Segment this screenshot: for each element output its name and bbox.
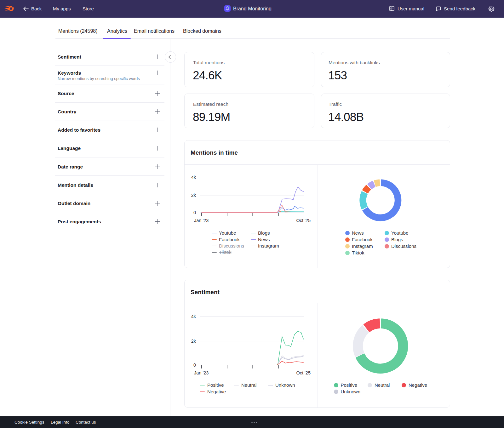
- svg-text:4k: 4k: [191, 175, 196, 180]
- svg-text:Jan '23: Jan '23: [194, 218, 209, 223]
- svg-text:2k: 2k: [191, 339, 196, 344]
- svg-text:Oct '25: Oct '25: [296, 218, 311, 223]
- svg-text:2k: 2k: [191, 193, 196, 198]
- svg-text:Jan '23: Jan '23: [194, 370, 209, 375]
- svg-text:4k: 4k: [191, 314, 196, 319]
- svg-text:0: 0: [193, 210, 196, 215]
- svg-text:Oct '25: Oct '25: [296, 370, 311, 375]
- svg-text:0: 0: [193, 362, 196, 368]
